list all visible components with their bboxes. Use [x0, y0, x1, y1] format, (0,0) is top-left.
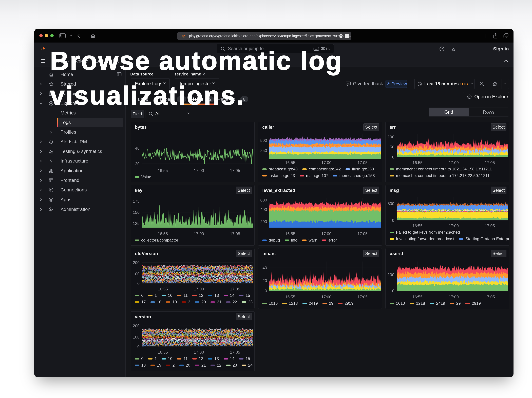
svg-text:16:55: 16:55 — [158, 350, 168, 354]
svg-text:17:00: 17:00 — [194, 350, 204, 354]
svg-text:17:05: 17:05 — [485, 224, 495, 228]
svg-text:100: 100 — [133, 272, 139, 276]
svg-text:k6: k6 — [50, 152, 52, 153]
svg-text:17:05: 17:05 — [230, 350, 240, 354]
svg-text:16:55: 16:55 — [285, 160, 295, 165]
svg-text:17:00: 17:00 — [194, 287, 204, 291]
svg-text:0: 0 — [137, 344, 139, 349]
svg-text:16:55: 16:55 — [158, 168, 168, 173]
svg-text:0: 0 — [392, 289, 394, 293]
svg-text:500: 500 — [387, 201, 394, 206]
svg-text:100: 100 — [387, 135, 394, 139]
svg-text:17:05: 17:05 — [230, 231, 240, 236]
svg-text:50: 50 — [390, 145, 394, 149]
svg-text:0: 0 — [392, 218, 394, 223]
svg-text:17:05: 17:05 — [485, 295, 495, 299]
svg-text:17:00: 17:00 — [321, 160, 331, 165]
svg-text:17:00: 17:00 — [321, 295, 331, 299]
svg-text:16:55: 16:55 — [285, 231, 295, 236]
svg-text:40: 40 — [135, 146, 139, 150]
svg-text:16:55: 16:55 — [412, 160, 423, 165]
svg-text:0: 0 — [265, 289, 267, 293]
svg-text:17:05: 17:05 — [357, 295, 367, 299]
svg-text:16:55: 16:55 — [285, 295, 295, 299]
svg-text:17:00: 17:00 — [449, 160, 459, 165]
svg-text:400: 400 — [260, 207, 267, 212]
svg-text:175: 175 — [133, 199, 139, 204]
svg-text:200: 200 — [260, 219, 267, 224]
svg-text:250: 250 — [260, 148, 267, 153]
svg-text:17:00: 17:00 — [321, 231, 331, 236]
svg-text:100: 100 — [387, 273, 394, 277]
svg-text:17:00: 17:00 — [449, 224, 459, 228]
svg-text:500: 500 — [260, 138, 267, 143]
svg-text:17:05: 17:05 — [230, 168, 240, 173]
svg-text:16:55: 16:55 — [158, 287, 168, 291]
svg-text:40: 40 — [262, 266, 267, 270]
svg-text:17:00: 17:00 — [449, 295, 459, 299]
svg-text:16:55: 16:55 — [158, 231, 168, 236]
svg-text:150: 150 — [133, 210, 139, 215]
svg-text:17:05: 17:05 — [357, 160, 367, 165]
svg-text:17:00: 17:00 — [194, 231, 204, 236]
svg-text:17:05: 17:05 — [485, 160, 495, 165]
svg-text:600: 600 — [260, 198, 267, 202]
svg-text:125: 125 — [133, 221, 139, 226]
svg-text:17:00: 17:00 — [194, 168, 204, 173]
svg-text:0: 0 — [137, 281, 139, 286]
svg-text:100: 100 — [133, 335, 139, 339]
svg-text:20: 20 — [262, 278, 267, 283]
svg-text:17:05: 17:05 — [357, 231, 367, 236]
svg-text:0: 0 — [392, 155, 394, 159]
svg-text:17:05: 17:05 — [230, 287, 240, 291]
svg-text:20: 20 — [135, 162, 139, 166]
svg-text:16:55: 16:55 — [412, 295, 423, 299]
svg-text:16:55: 16:55 — [412, 224, 423, 228]
svg-text:200: 200 — [133, 323, 139, 328]
svg-text:200: 200 — [133, 260, 139, 265]
